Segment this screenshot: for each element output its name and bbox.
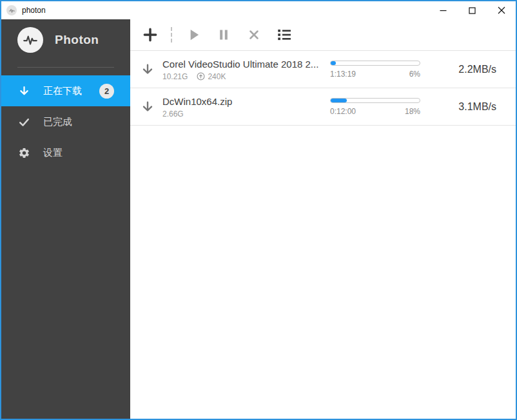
progress-fill [331,61,336,65]
pause-icon [216,27,231,43]
downloading-count-badge: 2 [99,84,114,99]
download-speed: 2.2MB/s [437,64,496,75]
x-icon [247,28,261,42]
toolbar [130,19,516,50]
download-arrow-icon [141,62,155,77]
download-name: DcWin10x64.zip [162,95,330,108]
pause-button[interactable] [211,23,236,47]
checkmark-icon [17,115,30,128]
sidebar-item-label: 设置 [43,147,63,159]
app-name: Photon [55,33,99,47]
sidebar-item-downloading[interactable]: 正在下载 2 [1,75,130,106]
progress-bar [330,61,420,66]
sidebar-item-label: 正在下载 [43,85,82,97]
upload-info: 240K [197,72,226,81]
download-details: 10.21G 240K [162,72,330,81]
progress-stats: 1:13:19 6% [330,70,420,79]
download-info: DcWin10x64.zip 2.66G [162,95,330,119]
upload-rate: 240K [208,72,226,81]
download-row[interactable]: DcWin10x64.zip 2.66G 0:12:00 18% [130,88,516,126]
sidebar-divider [17,67,114,68]
download-row[interactable]: Corel VideoStudio Ultimate 2018 2... 10.… [130,51,516,88]
close-button[interactable] [487,1,516,19]
progress-fill [331,99,347,102]
download-size: 2.66G [162,110,184,119]
main-panel: Corel VideoStudio Ultimate 2018 2... 10.… [130,19,516,419]
plus-icon [142,26,159,43]
sidebar: Photon 正在下载 2 已完成 [1,19,130,419]
sidebar-item-completed[interactable]: 已完成 [1,106,130,137]
progress-section: 1:13:19 6% [330,61,420,79]
window-title: photon [22,6,46,15]
app-window: photon Photon [0,0,517,420]
download-list: Corel VideoStudio Ultimate 2018 2... 10.… [130,51,516,419]
download-size: 10.21G [162,72,188,81]
percent-label: 6% [409,70,420,79]
sidebar-item-label: 已完成 [43,116,72,128]
progress-stats: 0:12:00 18% [330,107,420,116]
percent-label: 18% [405,107,420,116]
photon-logo-icon [6,5,17,15]
cancel-button[interactable] [242,23,266,47]
minimize-button[interactable] [429,1,458,19]
titlebar: photon [1,1,516,19]
gear-icon [17,146,30,159]
download-name: Corel VideoStudio Ultimate 2018 2... [162,58,330,70]
time-remaining: 0:12:00 [330,107,356,116]
progress-section: 0:12:00 18% [330,98,420,116]
list-icon [276,26,293,43]
sidebar-header: Photon [17,27,130,53]
download-speed: 3.1MB/s [437,101,496,113]
download-details: 2.66G [162,110,330,119]
toolbar-separator [171,27,172,43]
photon-logo-icon [17,27,43,53]
download-arrow-icon [141,100,155,114]
time-remaining: 1:13:19 [330,70,356,79]
maximize-button[interactable] [458,1,487,19]
progress-bar [330,98,420,103]
download-arrow-icon [17,84,30,97]
download-info: Corel VideoStudio Ultimate 2018 2... 10.… [162,58,330,81]
maximize-icon [469,7,476,14]
close-icon [498,6,505,14]
play-icon [185,26,202,43]
add-download-button[interactable] [138,23,162,47]
upload-icon [197,72,205,81]
resume-button[interactable] [181,23,206,47]
minimize-icon [440,7,447,14]
list-view-button[interactable] [272,23,297,47]
sidebar-item-settings[interactable]: 设置 [1,137,130,168]
